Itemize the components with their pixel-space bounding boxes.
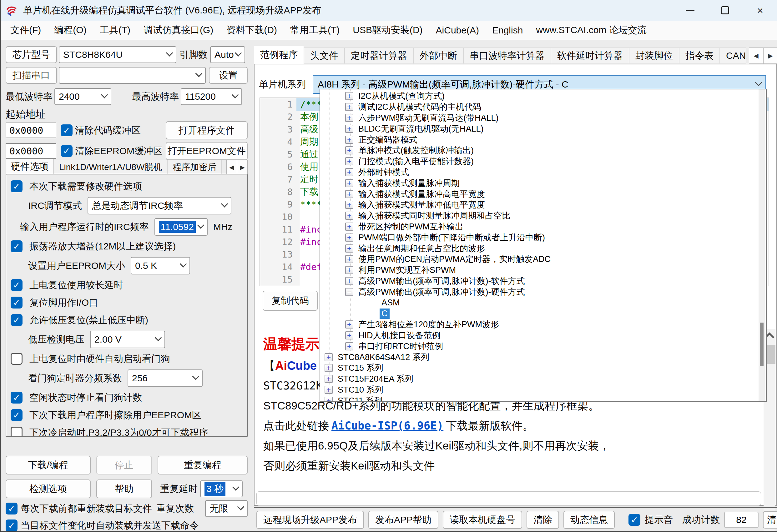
right-tab[interactable]: 范例程序 — [254, 46, 304, 64]
maximize-button[interactable] — [707, 0, 743, 21]
eeprom-address-input[interactable]: 0x0000 — [6, 143, 56, 159]
tree-item[interactable]: 串口打印RTC时钟范例 — [320, 341, 766, 352]
tree-item[interactable]: 输入捕获模式同时测量脉冲周期和占空比 — [320, 211, 766, 221]
scan-port-button[interactable]: 扫描串口 — [6, 67, 57, 84]
tree-item[interactable]: 输入捕获模式测量脉冲周期 — [320, 177, 766, 188]
hw-option-select[interactable]: 总是动态调节IRC频率 — [88, 197, 231, 215]
tree-item[interactable]: 正交编码器模式 — [320, 134, 766, 145]
check-options-button[interactable]: 检测选项 — [6, 480, 91, 498]
tree-item[interactable]: 输入捕获模式测量脉冲低电平宽度 — [320, 200, 766, 211]
hw-option-checkbox[interactable] — [11, 392, 22, 404]
tree-expand-icon[interactable] — [325, 364, 333, 372]
aicube-isp-link[interactable]: AiCube-ISP(6.96E) — [331, 419, 443, 432]
tree-item[interactable]: STC11 系列 — [320, 395, 766, 402]
tree-item[interactable]: I2C从机模式(查询方式) — [320, 91, 766, 102]
tree-expand-icon[interactable] — [345, 114, 353, 122]
tree-item[interactable]: STC8A8K64S4A12 系列 — [320, 352, 766, 363]
tree-expand-icon[interactable] — [345, 179, 353, 187]
port-select[interactable] — [59, 67, 206, 84]
tree-expand-icon[interactable] — [345, 234, 353, 242]
tree-expand-icon[interactable] — [345, 244, 353, 253]
tree-item[interactable]: 高级PWM输出(频率可调,脉冲计数)-硬件方式 — [320, 286, 766, 297]
tree-expand-icon[interactable] — [325, 375, 333, 383]
right-tab[interactable]: CAN助手 — [720, 47, 746, 64]
reload-target-checkbox[interactable] — [6, 503, 17, 515]
right-tab-scroll-right-button[interactable]: ▶ — [763, 47, 777, 64]
tree-item[interactable]: ASM — [320, 297, 766, 308]
beep-checkbox[interactable] — [629, 514, 640, 526]
tree-item[interactable]: C — [320, 308, 766, 319]
tree-expand-icon[interactable] — [325, 397, 333, 402]
tree-expand-icon[interactable] — [345, 331, 353, 340]
close-button[interactable]: × — [743, 0, 777, 21]
tree-expand-icon[interactable] — [345, 277, 353, 285]
repeat-delay-select[interactable]: 3 秒 — [200, 481, 243, 497]
tree-expand-icon[interactable] — [345, 266, 353, 274]
tree-expand-icon[interactable] — [325, 386, 333, 394]
tree-item[interactable]: 产生3路相位差120度的互补PWM波形 — [320, 319, 766, 330]
tree-item[interactable]: 单脉冲模式(触发控制脉冲输出) — [320, 145, 766, 156]
hw-option-checkbox[interactable] — [11, 279, 22, 291]
tree-item[interactable]: BLDC无刷直流电机驱动(无HALL) — [320, 123, 766, 134]
repeat-count-select[interactable]: 无限 — [205, 500, 248, 517]
menu-item[interactable]: 工具(T) — [93, 21, 137, 40]
tree-expand-icon[interactable] — [345, 212, 353, 220]
hw-option-checkbox[interactable] — [11, 297, 22, 308]
bottom-action-button[interactable]: 发布APP帮助 — [368, 511, 438, 529]
tree-item[interactable]: 输入捕获模式测量脉冲高电平宽度 — [320, 188, 766, 200]
clear-code-checkbox[interactable] — [61, 124, 73, 136]
tree-item[interactable]: 六步PWM驱动无刷直流马达(带HALL) — [320, 113, 766, 123]
tree-item[interactable]: 门控模式(输入电平使能计数器) — [320, 156, 766, 167]
tree-item[interactable]: 外部时钟模式 — [320, 167, 766, 178]
min-baud-select[interactable]: 2400 — [54, 88, 111, 105]
bottom-action-button[interactable]: 清除 — [527, 511, 559, 529]
tree-item[interactable]: 使用PWM的CEN启动PWMA定时器，实时触发ADC — [320, 254, 766, 265]
tree-expand-icon[interactable] — [345, 146, 353, 154]
hw-option-select[interactable]: 256 — [128, 370, 203, 387]
hw-option-checkbox[interactable] — [11, 240, 22, 252]
hw-option-select[interactable]: 0.5 K — [131, 257, 190, 274]
hw-option-checkbox[interactable] — [11, 180, 22, 192]
tree-expand-icon[interactable] — [345, 320, 353, 328]
tree-item[interactable]: STC10 系列 — [320, 385, 766, 395]
tree-expand-icon[interactable] — [345, 288, 353, 296]
tree-expand-icon[interactable] — [345, 103, 353, 111]
chip-model-button[interactable]: 芯片型号 — [6, 46, 57, 63]
menu-item[interactable]: 资料下载(D) — [220, 21, 284, 40]
hw-option-checkbox[interactable] — [11, 409, 22, 421]
tree-expand-icon[interactable] — [345, 136, 353, 144]
menu-item[interactable]: USB驱动安装(D) — [346, 21, 429, 40]
menu-item[interactable]: 编程(O) — [47, 21, 93, 40]
tree-expand-icon[interactable] — [345, 201, 353, 209]
tree-expand-icon[interactable] — [345, 157, 353, 165]
clear-count-button[interactable]: 清零 — [763, 511, 777, 529]
left-tab[interactable]: 程序加密后 — [167, 160, 222, 174]
autoload-checkbox[interactable] — [6, 520, 17, 531]
menu-item[interactable]: English — [485, 21, 529, 40]
hw-option-select[interactable]: 11.0592 — [154, 218, 208, 236]
right-tab[interactable]: 软件延时计算器 — [551, 47, 629, 64]
tree-expand-icon[interactable] — [345, 92, 353, 100]
bottom-action-button[interactable]: 读取本机硬盘号 — [443, 511, 522, 529]
tree-item[interactable]: 高级PWM输出(频率可调,脉冲计数)-软件方式 — [320, 276, 766, 287]
menu-item[interactable]: www.STCAI.com 论坛交流 — [529, 21, 653, 40]
tree-item[interactable]: 测试I2C从机模式代码的主机代码 — [320, 102, 766, 113]
left-tab[interactable]: 硬件选项 — [6, 159, 54, 174]
minimize-button[interactable] — [673, 0, 707, 21]
menu-item[interactable]: 常用工具(T) — [284, 21, 346, 40]
tree-expand-icon[interactable] — [345, 223, 353, 231]
tab-scroll-left-button[interactable]: ◀ — [226, 160, 237, 174]
tree-item[interactable]: HID人机接口设备范例 — [320, 330, 766, 341]
left-tab[interactable]: Link1D/Writer1A/U8W脱机 — [54, 160, 167, 174]
dropdown-scrollbar-thumb[interactable] — [760, 322, 764, 366]
right-tab[interactable]: 封装脚位 — [629, 47, 679, 64]
right-tab-scroll-left-button[interactable]: ◀ — [749, 47, 763, 64]
clear-eeprom-checkbox[interactable] — [61, 145, 73, 157]
open-program-button[interactable]: 打开程序文件 — [166, 121, 248, 139]
chip-model-select[interactable]: STC8H8K64U — [59, 46, 176, 63]
tree-expand-icon[interactable] — [345, 168, 353, 176]
copy-code-button[interactable]: 复制代码 — [263, 291, 318, 311]
hw-option-checkbox[interactable] — [11, 314, 22, 326]
right-tab[interactable]: 指令表 — [679, 47, 720, 64]
bottom-action-button[interactable]: 远程现场升级APP发布 — [256, 511, 364, 529]
